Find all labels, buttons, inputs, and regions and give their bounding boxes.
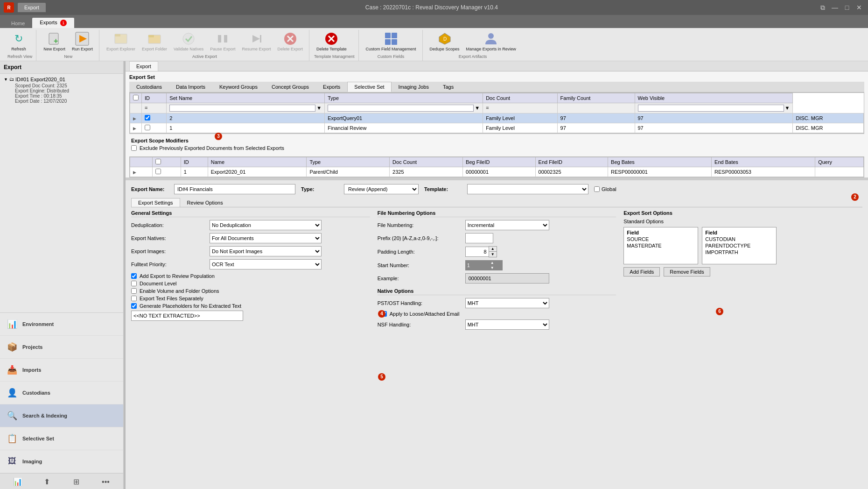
export-set-section: Export Set Custodians Data Imports Keywo… (126, 71, 868, 177)
images-select[interactable]: Do Not Export Images Export Images Image… (210, 246, 322, 256)
padding-input[interactable] (465, 247, 489, 257)
manage-exports-review-label: Manage Exports in Review (466, 47, 516, 52)
add-export-checkbox[interactable] (131, 273, 137, 279)
sidebar-bottom-grid-icon[interactable]: ⊞ (71, 476, 82, 488)
nsf-select[interactable]: MHT (465, 319, 549, 330)
maximize-btn[interactable]: □ (842, 2, 852, 13)
sidebar-nav-projects[interactable]: 📦 Projects (0, 336, 123, 359)
export-explorer-button[interactable]: Export Explorer (104, 30, 138, 53)
badge-2: 2 (851, 193, 859, 201)
padding-up-btn[interactable]: ▲ (489, 247, 497, 252)
pst-select[interactable]: MHT PST OST (465, 298, 549, 308)
sidebar-bottom-chart-icon[interactable]: 📊 (12, 476, 23, 488)
tab-export-settings[interactable]: Export Settings (131, 198, 180, 207)
example-row: Example: 00000001 (378, 273, 616, 283)
table-row[interactable]: ▶ 2 ExportQuery01 Family Level 97 97 DIS… (130, 113, 864, 123)
type-select[interactable]: Review (Append) Standard Image Only (344, 184, 419, 194)
delete-template-button[interactable]: Delete Template (314, 30, 349, 53)
tab-selective-set[interactable]: Selective Set (347, 82, 391, 92)
row2-id: 1 (167, 123, 325, 133)
nav-tab-home[interactable]: Home (4, 19, 32, 28)
exclude-exported-checkbox[interactable] (131, 145, 137, 151)
placeholder-text-input[interactable] (131, 311, 243, 321)
file-numbering-select[interactable]: Incremental (465, 220, 549, 230)
padding-down-btn[interactable]: ▼ (489, 252, 497, 257)
export-text-checkbox[interactable] (131, 296, 137, 301)
srow1-checkbox[interactable] (155, 169, 161, 174)
projects-label: Projects (22, 344, 42, 350)
tab-exports[interactable]: Exports (316, 82, 347, 92)
tab-review-options[interactable]: Review Options (180, 198, 230, 207)
tree-root[interactable]: ▼ 🗂 ID#01 Export2020_01 (2, 76, 121, 83)
sidebar-bottom-more-icon[interactable]: ••• (100, 476, 112, 488)
sidebar-nav-selective-set[interactable]: 📋 Selective Set (0, 427, 123, 450)
manage-exports-review-button[interactable]: Manage Exports in Review (464, 30, 518, 53)
badge-3-container: 3 (215, 134, 222, 141)
placeholder-text-wrap (131, 311, 370, 321)
row1-checkbox[interactable] (145, 115, 150, 120)
nav-tab-bar: Home Exports 1 (0, 15, 868, 28)
sidebar-title: Export (0, 61, 123, 74)
export-folder-button[interactable]: Export Folder (140, 30, 169, 53)
gen-placeholder-checkbox[interactable] (131, 303, 137, 309)
sidebar-bottom-upload-icon[interactable]: ⬆ (42, 476, 53, 488)
select-all-checkbox[interactable] (133, 95, 139, 100)
delete-export-button[interactable]: Delete Export (275, 30, 305, 53)
sidebar-nav-environment[interactable]: 📊 Environment (0, 313, 123, 336)
global-checkbox[interactable] (594, 186, 600, 192)
export-content-tab[interactable]: Export (129, 61, 158, 71)
dedup-select[interactable]: No Deduplication Global Custodian (210, 220, 322, 230)
natives-row: Export Natives: For All Documents None N… (131, 233, 370, 243)
title-bar-tab[interactable]: Export (18, 3, 46, 12)
fulltext-select[interactable]: OCR Text Extracted Text Best Available (210, 259, 322, 269)
tab-keyword-groups[interactable]: Keyword Groups (212, 82, 265, 92)
table-row[interactable]: ▶ 1 Financial Review Family Level 97 97 … (130, 123, 864, 133)
template-select[interactable] (467, 184, 588, 194)
selective-set-label: Selective Set (22, 436, 54, 441)
add-fields-button[interactable]: Add Fields (623, 267, 660, 276)
padding-spinner-btns: ▲ ▼ (489, 246, 497, 257)
volume-folder-checkbox[interactable] (131, 288, 137, 294)
filter-name-input[interactable] (169, 105, 315, 112)
ribbon-group-template: Delete Template Template Managment (310, 30, 359, 61)
filter-web-visible-input[interactable] (638, 105, 784, 112)
custom-field-mgmt-button[interactable]: Custom Field Management (364, 30, 419, 53)
svg-point-21 (488, 33, 494, 39)
export-name-input[interactable] (174, 184, 295, 194)
export-folder-icon (147, 31, 162, 46)
run-export-button[interactable]: Run Export (70, 30, 95, 53)
start-down-btn[interactable]: ▼ (489, 265, 496, 270)
nav-tab-exports[interactable]: Exports 1 (32, 18, 74, 28)
sidebar-nav-search-indexing[interactable]: 🔍 Search & Indexing (0, 404, 123, 427)
tab-imaging-jobs[interactable]: Imaging Jobs (392, 82, 436, 92)
validate-natives-button[interactable]: Validate Natives (171, 30, 206, 53)
ribbon-group-custom-fields-label: Custom Fields (364, 54, 419, 59)
minimize-btn[interactable]: — (830, 2, 840, 13)
refresh-button[interactable]: ↻ Refresh (7, 30, 30, 53)
sidebar-nav-custodians[interactable]: 👤 Custodians (0, 382, 123, 404)
tab-concept-groups[interactable]: Concept Groups (265, 82, 316, 92)
new-export-button[interactable]: + New Export (41, 30, 68, 53)
start-number-input[interactable] (465, 262, 489, 269)
start-up-btn[interactable]: ▲ (489, 260, 496, 265)
restore-btn[interactable]: ⧉ (818, 2, 828, 13)
dedupe-scopes-button[interactable]: D Dedupe Scopes (427, 30, 462, 53)
tab-custodians[interactable]: Custodians (129, 82, 169, 92)
scope-select-all[interactable] (155, 159, 161, 164)
tab-data-imports[interactable]: Data Imports (169, 82, 212, 92)
sidebar-nav-imports[interactable]: 📥 Imports (0, 359, 123, 382)
filter-type-input[interactable] (328, 105, 474, 112)
prefix-input[interactable] (465, 233, 493, 243)
row2-checkbox[interactable] (145, 125, 150, 130)
settings-tabs: Export Settings Review Options (131, 198, 862, 207)
remove-fields-button[interactable]: Remove Fields (664, 267, 710, 276)
close-btn[interactable]: ✕ (854, 2, 864, 13)
scope-table-row[interactable]: ▶ 1 Export2020_01 Parent/Child 2325 0000… (130, 167, 864, 177)
doc-level-checkbox[interactable] (131, 281, 137, 286)
resume-export-button[interactable]: Resume Export (239, 30, 273, 53)
tab-tags[interactable]: Tags (436, 82, 461, 92)
pause-export-button[interactable]: Pause Export (208, 30, 238, 53)
natives-select[interactable]: For All Documents None Native Only (210, 233, 322, 243)
sidebar-nav-imaging[interactable]: 🖼 Imaging (0, 450, 123, 473)
ribbon: ↻ Refresh Refresh View + New Export (0, 28, 868, 61)
